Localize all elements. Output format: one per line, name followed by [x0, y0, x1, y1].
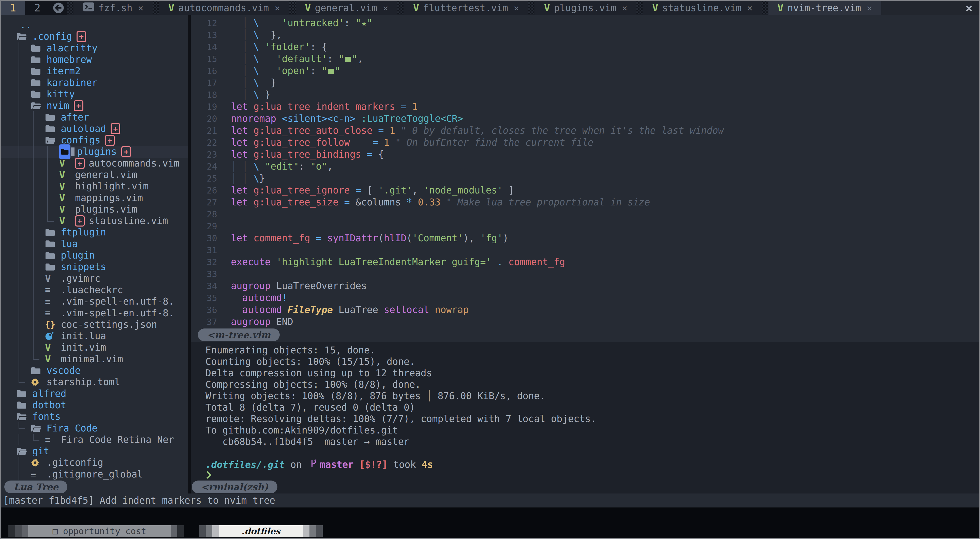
tmux-window[interactable]: □ opportunity_cost	[28, 525, 170, 537]
terminal-panel[interactable]: Enumerating objects: 15, done.Counting o…	[191, 342, 979, 480]
session-back-icon[interactable]	[49, 1, 67, 15]
tmux-gradient-block	[8, 525, 15, 537]
vim-gray-icon: V	[45, 273, 57, 284]
tree-item-iterm2[interactable]: iterm2	[1, 65, 188, 77]
tab-plugins.vim[interactable]: Vplugins.vim×	[535, 1, 637, 15]
tree-item-alacritty[interactable]: alacritty	[1, 43, 188, 54]
tree-item-init.lua[interactable]: init.lua	[1, 330, 188, 342]
tree-item-kitty[interactable]: kitty	[1, 89, 188, 100]
tab-label: fluttertest.vim	[423, 3, 508, 13]
tree-item-git[interactable]: git	[1, 445, 188, 457]
tree-item-coc-settings.json[interactable]: {}coc-settings.json	[1, 319, 188, 330]
tree-item-plugins.vim[interactable]: Vplugins.vim	[1, 204, 188, 215]
tree-item-fonts[interactable]: fonts	[1, 411, 188, 422]
tree-item-ftplugin[interactable]: ftplugin	[1, 227, 188, 238]
tree-item-minimal.vim[interactable]: Vminimal.vim	[1, 353, 188, 365]
tabpage-2[interactable]: 2	[25, 1, 49, 15]
tree-item-after[interactable]: after	[1, 111, 188, 123]
tmux-gradient-block	[309, 525, 316, 537]
tree-item-vscode[interactable]: vscode	[1, 365, 188, 376]
tree-item-configs[interactable]: configs+	[1, 135, 188, 146]
tree-item-snippets[interactable]: snippets	[1, 261, 188, 273]
tree-item-lua[interactable]: lua	[1, 238, 188, 250]
token: "	[352, 53, 358, 64]
tree-item-homebrew[interactable]: homebrew	[1, 54, 188, 65]
tab-nvim-tree.vim[interactable]: Vnvim-tree.vim×	[768, 1, 881, 15]
tree-item-nvim[interactable]: nvim+	[1, 100, 188, 111]
tab-close-icon[interactable]: ×	[514, 3, 519, 13]
tree-item-.gitignore_global[interactable]: ≡.gitignore_global	[1, 469, 188, 480]
tab-fzf.sh[interactable]: fzf.sh×	[74, 1, 153, 15]
tab-close-icon[interactable]: ×	[747, 3, 752, 13]
tab-general.vim[interactable]: Vgeneral.vim×	[296, 1, 398, 15]
window-separator[interactable]	[188, 15, 191, 480]
line-number: 13	[191, 30, 217, 40]
token: :	[327, 53, 339, 64]
terminal-line: remote: Resolving deltas: 100% (7/7), co…	[191, 413, 979, 425]
token	[441, 197, 446, 208]
tree-item-.vim-spell-en.utf-8.[interactable]: ≡.vim-spell-en.utf-8.	[1, 296, 188, 307]
tree-item-dotbot[interactable]: dotbot	[1, 399, 188, 411]
tree-item-label: Fira Code Retina Ner	[61, 434, 174, 445]
tree-item-.gvimrc[interactable]: V.gvimrc	[1, 273, 188, 284]
line-number: 23	[191, 149, 217, 160]
tabpage-1[interactable]: 1	[1, 1, 25, 15]
token: !	[282, 293, 288, 303]
tab-fluttertest.vim[interactable]: Vfluttertest.vim×	[404, 1, 528, 15]
code-line-text: let g:lua_tree_size = &columns * 0.33 " …	[231, 197, 650, 208]
terminal-line: Compressing objects: 100% (8/8), done.	[191, 379, 979, 390]
tab-close-icon[interactable]: ×	[867, 3, 872, 13]
token	[350, 137, 372, 148]
tree-item-.gitconfig[interactable]: .gitconfig	[1, 457, 188, 468]
tree-item-mappings.vim[interactable]: Vmappings.vim	[1, 192, 188, 204]
token	[231, 293, 242, 303]
tab-close-icon[interactable]: ×	[138, 3, 144, 13]
folder-open-icon	[16, 413, 29, 421]
tree-item-label: ftplugin	[61, 227, 106, 238]
tab-close-icon[interactable]: ×	[383, 3, 388, 13]
code-editor[interactable]: 12 │ \ 'untracked': "★"13 │ \ },14 │ \ '…	[191, 15, 979, 328]
tree-item-..[interactable]: ..	[1, 19, 188, 31]
tab-close-icon[interactable]: ×	[622, 3, 628, 13]
tree-item-.config[interactable]: .config+	[1, 31, 188, 42]
tree-item-autoload[interactable]: autoload+	[1, 123, 188, 135]
tree-item-autocommands.vim[interactable]: V+autocommands.vim	[1, 157, 188, 169]
token: ,	[327, 161, 333, 172]
tree-item-.vim-spell-en.utf-8.[interactable]: ≡.vim-spell-en.utf-8.	[1, 307, 188, 319]
token	[259, 65, 276, 76]
tree-item-statusline.vim[interactable]: V+statusline.vim	[1, 215, 188, 227]
tree-guide	[31, 135, 45, 146]
tree-guide	[31, 284, 45, 296]
tree-item-highlight.vim[interactable]: Vhighlight.vim	[1, 181, 188, 192]
tree-item-plugins[interactable]: plugins+	[1, 146, 188, 157]
folder-open-icon	[45, 136, 57, 145]
close-all-icon[interactable]: ×	[965, 1, 973, 15]
token: g:lua_tree_bindings	[253, 149, 361, 160]
tab-autocommands.vim[interactable]: Vautocommands.vim×	[159, 1, 289, 15]
tree-item-plugin[interactable]: plugin	[1, 250, 188, 261]
tree-item-karabiner[interactable]: karabiner	[1, 77, 188, 88]
lua-icon	[45, 332, 57, 340]
tree-item-.luacheckrc[interactable]: ≡.luacheckrc	[1, 284, 188, 296]
tree-item-Fira Code Retina Ner[interactable]: ≡Fira Code Retina Ner	[1, 434, 188, 445]
token: \	[253, 161, 259, 172]
tree-item-label: after	[61, 112, 89, 123]
token: &columns	[355, 197, 401, 208]
tree-item-general.vim[interactable]: Vgeneral.vim	[1, 169, 188, 181]
tree-item-init.vim[interactable]: Vinit.vim	[1, 342, 188, 353]
token: comment_fg	[253, 233, 310, 243]
tree-item-label: mappings.vim	[75, 192, 143, 204]
token: (	[378, 233, 384, 243]
vim-icon: V	[778, 2, 783, 13]
tab-close-icon[interactable]: ×	[275, 3, 280, 13]
token: {	[372, 149, 384, 160]
token: │	[231, 41, 253, 52]
tab-separator	[636, 1, 643, 15]
folder-icon	[31, 67, 43, 75]
tab-statusline.vim[interactable]: Vstatusline.vim×	[643, 1, 762, 15]
tmux-window[interactable]: .dotfiles	[219, 525, 303, 537]
tree-guide	[31, 296, 45, 307]
tree-item-Fira Code[interactable]: Fira Code	[1, 422, 188, 434]
tree-item-starship.toml[interactable]: starship.toml	[1, 376, 188, 388]
tree-item-alfred[interactable]: alfred	[1, 388, 188, 399]
